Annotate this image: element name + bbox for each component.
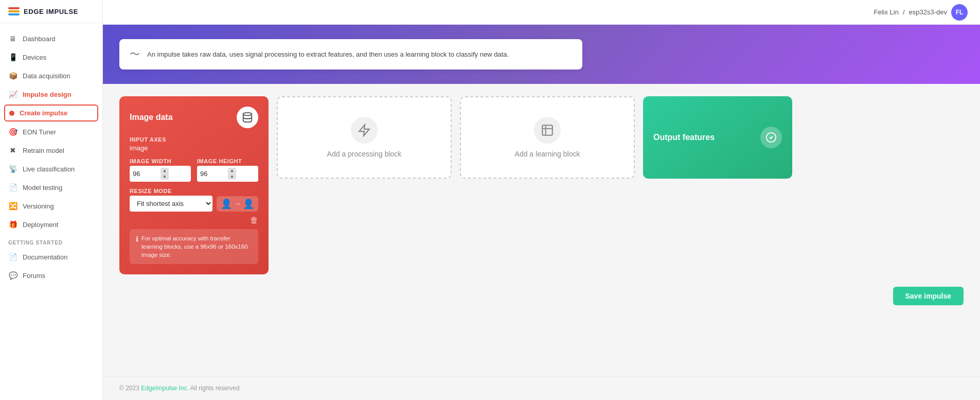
footer-company-link[interactable]: EdgeImpulse Inc. (141, 385, 189, 392)
sidebar-item-label: Model testing (23, 184, 62, 192)
sidebar-item-create-impulse[interactable]: Create impulse (4, 105, 98, 121)
sidebar-item-deployment[interactable]: 🎁 Deployment (0, 215, 102, 234)
info-icon: ℹ (136, 235, 138, 244)
person-before-icon: 👤 (221, 198, 232, 210)
hero-card: 〜 An impulse takes raw data, uses signal… (119, 39, 582, 69)
save-row: Save impulse (119, 287, 964, 305)
getting-started-label: GETTING STARTED (0, 234, 102, 248)
add-processing-block-card[interactable]: Add a processing block (277, 96, 452, 179)
person-after-icon: 👤 (243, 198, 254, 210)
versioning-icon: 🔀 (8, 201, 17, 211)
sidebar-item-label: Data acquisition (23, 72, 70, 80)
sidebar-item-label: Versioning (23, 202, 54, 210)
sidebar-item-label: Create impulse (20, 109, 67, 117)
topbar-separator: / (903, 8, 905, 16)
sidebar-item-forums[interactable]: 💬 Forums (0, 266, 102, 285)
image-width-label: Image width (130, 158, 191, 164)
logo-bar-orange (8, 10, 20, 12)
input-axes-value: image (130, 144, 258, 152)
waveform-icon: 〜 (130, 47, 140, 61)
height-increment-btn[interactable]: ▲ (228, 168, 236, 174)
sidebar-item-versioning[interactable]: 🔀 Versioning (0, 197, 102, 215)
sidebar-logo: EDGE IMPULSE (0, 0, 102, 23)
hero-banner: 〜 An impulse takes raw data, uses signal… (103, 25, 980, 84)
image-height-group: Image height ▲ ▼ (197, 158, 258, 182)
footer-copyright: © 2023 (119, 385, 139, 392)
sidebar-item-data-acquisition[interactable]: 📦 Data acquisition (0, 66, 102, 85)
svg-point-0 (243, 113, 252, 116)
logo-bar-red (8, 7, 20, 9)
image-width-input-wrapper: ▲ ▼ (130, 166, 191, 182)
impulse-area: Image data Input axes image (103, 84, 980, 376)
card-header: Image data (130, 107, 258, 128)
main-content: Felix Lin / esp32s3-dev FL 〜 An impulse … (103, 0, 980, 400)
logo-bar-blue (8, 13, 20, 15)
impulse-design-icon: 📈 (8, 90, 17, 99)
resize-mode-select[interactable]: Fit shortest axis Fit longest axis Squas… (130, 196, 212, 212)
sidebar-item-eon-tuner[interactable]: 🎯 EON Tuner (0, 123, 102, 141)
learning-block-icon (534, 117, 561, 144)
logo-icon (8, 7, 20, 15)
avatar[interactable]: FL (951, 4, 968, 21)
sidebar-nav: 🖥 Dashboard 📱 Devices 📦 Data acquisition… (0, 23, 102, 400)
width-increment-btn[interactable]: ▲ (161, 168, 169, 174)
output-features-title: Output features (653, 133, 715, 142)
hero-description: An impulse takes raw data, uses signal p… (147, 49, 509, 60)
resize-row: Fit shortest axis Fit longest axis Squas… (130, 196, 258, 212)
delete-block-btn[interactable]: 🗑 (250, 216, 258, 225)
data-acquisition-icon: 📦 (8, 71, 17, 80)
image-height-input-wrapper: ▲ ▼ (197, 166, 258, 182)
sidebar-item-dashboard[interactable]: 🖥 Dashboard (0, 29, 102, 48)
height-decrement-btn[interactable]: ▼ (228, 174, 236, 180)
resize-section: Resize mode Fit shortest axis Fit longes… (130, 188, 258, 212)
devices-icon: 📱 (8, 53, 17, 62)
sidebar-item-model-testing[interactable]: 📄 Model testing (0, 178, 102, 197)
image-height-input[interactable] (200, 170, 226, 178)
footer-rights: All rights reserved (190, 385, 240, 392)
dimensions-row: Image width ▲ ▼ Image height (130, 158, 258, 182)
processing-block-icon (351, 117, 378, 144)
processing-block-label: Add a processing block (327, 150, 402, 158)
active-dot (9, 111, 14, 116)
svg-marker-1 (359, 125, 369, 136)
documentation-icon: 📄 (8, 252, 17, 262)
learning-block-label: Add a learning block (515, 150, 580, 158)
resize-mode-label: Resize mode (130, 188, 258, 194)
sidebar-item-label: Live classification (23, 165, 75, 173)
model-testing-icon: 📄 (8, 183, 17, 192)
image-height-label: Image height (197, 158, 258, 164)
topbar: Felix Lin / esp32s3-dev FL (103, 0, 980, 25)
forums-icon: 💬 (8, 271, 17, 280)
sidebar-item-label: Documentation (23, 253, 67, 261)
image-width-group: Image width ▲ ▼ (130, 158, 191, 182)
resize-icon-pair: 👤 → 👤 (217, 196, 258, 212)
sidebar-item-label: Forums (23, 272, 45, 280)
dashboard-icon: 🖥 (8, 34, 17, 43)
blocks-row: Image data Input axes image (119, 96, 964, 274)
topbar-user: Felix Lin / esp32s3-dev FL (874, 4, 968, 21)
image-data-card: Image data Input axes image (119, 96, 269, 274)
sidebar-item-label: Dashboard (23, 35, 56, 43)
sidebar-item-documentation[interactable]: 📄 Documentation (0, 248, 102, 266)
sidebar-item-impulse-design[interactable]: 📈 Impulse design (0, 85, 102, 103)
logo-text: EDGE IMPULSE (24, 8, 78, 15)
card-info-text: For optimal accuracy with transfer learn… (141, 234, 252, 259)
sidebar-item-retrain-model[interactable]: ✖ Retrain model (0, 141, 102, 160)
width-decrement-btn[interactable]: ▼ (161, 174, 169, 180)
image-width-input[interactable] (133, 170, 158, 178)
deployment-icon: 🎁 (8, 220, 17, 229)
topbar-project: esp32s3-dev (909, 8, 947, 16)
sidebar-item-label: Impulse design (23, 91, 72, 98)
topbar-username: Felix Lin (874, 8, 899, 16)
arrow-right-icon: → (234, 200, 241, 207)
add-learning-block-card[interactable]: Add a learning block (460, 96, 635, 179)
sidebar-item-live-classification[interactable]: 📡 Live classification (0, 160, 102, 178)
width-spinners: ▲ ▼ (161, 168, 169, 180)
sidebar-item-devices[interactable]: 📱 Devices (0, 48, 102, 66)
output-features-card: Output features (643, 96, 792, 179)
save-impulse-button[interactable]: Save impulse (893, 287, 964, 305)
height-spinners: ▲ ▼ (228, 168, 236, 180)
page-content: 〜 An impulse takes raw data, uses signal… (103, 25, 980, 400)
sidebar-item-label: Retrain model (23, 147, 64, 154)
output-check-icon (760, 127, 782, 148)
